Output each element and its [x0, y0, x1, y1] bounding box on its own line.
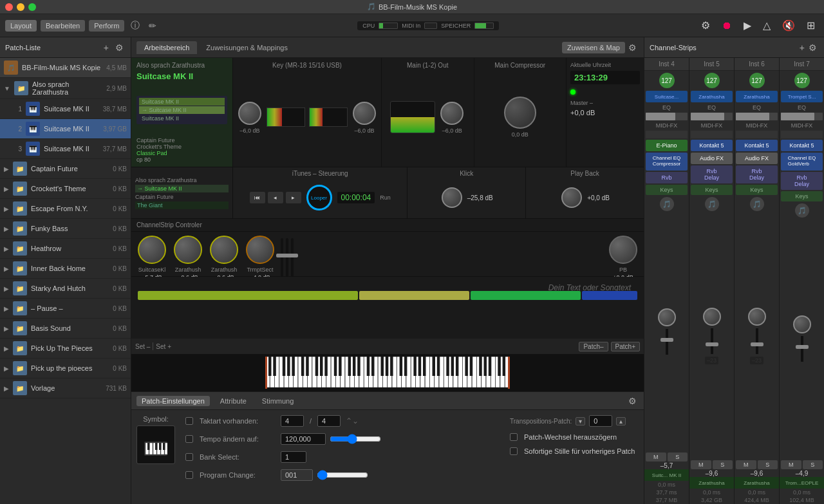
strip-vol-knob-inst5[interactable] — [703, 308, 721, 326]
folder-funky[interactable]: ▶ 📁 Funky Bass 0 KB — [0, 219, 131, 239]
program-change-checkbox[interactable] — [185, 471, 193, 479]
folder-pickupp[interactable]: ▶ 📁 Pick up the pioeces 0 KB — [0, 359, 131, 378]
info-button[interactable]: ⓘ — [128, 19, 142, 33]
tab-zuweisungen[interactable]: Zuweisungen & Mappings — [198, 41, 295, 54]
strip-send-inst6[interactable]: Rvb Delay — [736, 165, 778, 183]
folder-also-sprach[interactable]: ▼ 📁 Also sprach Zarathustra 2,9 MB — [0, 78, 131, 99]
maximize-button[interactable] — [28, 3, 36, 11]
folder-vorlage[interactable]: ▶ 📁 Vorlage 731 KB — [0, 378, 131, 398]
strip-m-btn-inst4[interactable]: M — [646, 453, 666, 462]
itunes-prev-btn[interactable]: ⏮ — [250, 192, 265, 203]
itunes-back-btn[interactable]: ◂ — [268, 192, 283, 203]
level-button[interactable]: ⊞ — [803, 18, 819, 33]
strip-s-btn-inst7[interactable]: S — [803, 460, 823, 469]
perform-button[interactable]: Perform — [89, 20, 124, 32]
strip-m-btn-inst6[interactable]: M — [736, 460, 756, 469]
tab-arbeitsbereich[interactable]: Arbeitsbereich — [136, 41, 197, 54]
settings-transport-button[interactable]: ⚙ — [697, 18, 714, 33]
minimize-button[interactable] — [17, 3, 24, 11]
patch-list-settings-button[interactable]: ⚙ — [113, 42, 126, 53]
folder-captain-future[interactable]: ▶ 📁 Captain Future 0 KB — [0, 159, 131, 179]
strip-vol-knob-inst7[interactable] — [793, 315, 811, 333]
main-settings-button[interactable]: ⚙ — [626, 42, 639, 53]
strip-m-btn-inst7[interactable]: M — [781, 460, 801, 469]
strip-m-btn-inst5[interactable]: M — [691, 460, 711, 469]
strip-vol-knob-inst4[interactable] — [658, 308, 676, 326]
program-change-input[interactable] — [281, 469, 313, 481]
stop-button[interactable]: △ — [759, 18, 774, 33]
patch-minus-btn[interactable]: Patch– — [579, 342, 608, 351]
cs-knob-4[interactable] — [246, 236, 274, 264]
strip-fader-handle-inst5[interactable] — [706, 342, 718, 346]
folder-basis[interactable]: ▶ 📁 Basis Sound 0 KB — [0, 319, 131, 339]
bank-select-input[interactable] — [281, 451, 306, 463]
looper-knob[interactable]: Looper — [306, 185, 332, 210]
taktart-input-1[interactable] — [281, 415, 304, 427]
cs-knob-2[interactable] — [174, 236, 202, 264]
strip-plugin2-inst5[interactable]: Audio FX — [691, 153, 733, 164]
strip-send-inst7[interactable]: Rvb Delay — [781, 172, 823, 190]
patch-wechsel-checkbox[interactable] — [510, 433, 518, 441]
strip-plugin1-inst6[interactable]: Kontakt 5 — [736, 140, 778, 151]
add-strip-button[interactable]: + — [798, 42, 807, 53]
folder-pause[interactable]: ▶ 📁 – Pause – 0 KB — [0, 299, 131, 319]
patch-plus-btn[interactable]: Patch+ — [611, 342, 640, 351]
strip-fader-handle-inst7[interactable] — [796, 345, 809, 349]
patch-item-2[interactable]: 2 🎹 Suitcase MK II 3,97 GB — [0, 119, 131, 139]
folder-inner[interactable]: ▶ 📁 Inner Back Home 0 KB — [0, 259, 131, 279]
program-change-slider[interactable] — [317, 470, 368, 480]
bearbeiten-button[interactable]: Bearbeiten — [41, 20, 85, 32]
tempo-checkbox[interactable] — [185, 435, 193, 443]
folder-crocketts[interactable]: ▶ 📁 Crockett's Theme 0 KB — [0, 179, 131, 199]
playback-knob[interactable] — [561, 187, 582, 208]
strip-send-inst4[interactable]: Rvb — [646, 172, 688, 183]
top-patch-item[interactable]: 🎵 BB-Film-Musik MS Kopie 4,5 MB — [0, 58, 131, 78]
strip-plugin2-inst7[interactable]: Channel EQGoldVerb — [781, 153, 823, 171]
strip-plugin1-inst5[interactable]: Kontakt 5 — [691, 140, 733, 151]
strip-fader-handle-inst6[interactable] — [751, 342, 763, 346]
strip-send-inst5[interactable]: Rvb Delay — [691, 165, 733, 183]
strip-settings-button[interactable]: ⚙ — [807, 42, 819, 53]
patch-item-3[interactable]: 3 🎹 Suitcase MK II 37,7 MB — [0, 139, 131, 159]
strip-plugin2-inst6[interactable]: Audio FX — [736, 153, 778, 164]
bank-select-checkbox[interactable] — [185, 453, 193, 461]
strip-s-btn-inst6[interactable]: S — [758, 460, 778, 469]
tempo-slider[interactable] — [330, 434, 381, 444]
strip-plugin1-inst4[interactable]: E-Piano — [646, 140, 688, 151]
strip-fader-handle-inst4[interactable] — [660, 338, 673, 342]
key-knob-1[interactable] — [238, 102, 261, 125]
key-knob-2[interactable] — [353, 102, 376, 125]
tab-patch-einstellungen[interactable]: Patch-Einstellungen — [136, 396, 210, 406]
mute-button[interactable]: 🔇 — [778, 18, 799, 33]
pencil-button[interactable]: ✏ — [146, 19, 159, 32]
itunes-next-btn[interactable]: ▸ — [286, 192, 301, 203]
klick-knob[interactable] — [442, 187, 462, 208]
window-controls[interactable] — [5, 3, 36, 11]
cs-fader-2[interactable] — [286, 238, 288, 277]
strip-plugin2-inst4[interactable]: Channel EQCompressor — [646, 153, 688, 171]
patch-item-1[interactable]: 1 🎹 Suitcase MK II 38,7 MB — [0, 99, 131, 119]
main-out-knob[interactable] — [440, 102, 464, 125]
compressor-knob[interactable] — [504, 97, 536, 129]
strip-s-btn-inst5[interactable]: S — [713, 460, 733, 469]
folder-pickup[interactable]: ▶ 📁 Pick Up The Pieces 0 KB — [0, 339, 131, 359]
strip-plugin1-inst7[interactable]: Kontakt 5 — [781, 140, 823, 151]
folder-heathrow[interactable]: ▶ 📁 Heathrow 0 KB — [0, 239, 131, 259]
transposition-input[interactable] — [589, 415, 612, 427]
folder-escape[interactable]: ▶ 📁 Escape From N.Y. 0 KB — [0, 199, 131, 219]
record-button[interactable]: ⏺ — [718, 19, 736, 33]
folder-starky[interactable]: ▶ 📁 Starky And Hutch 0 KB — [0, 279, 131, 299]
cs-fader-1[interactable] — [281, 238, 283, 277]
cs-knob-3[interactable] — [210, 236, 238, 264]
taktart-checkbox[interactable] — [185, 417, 193, 425]
tab-stimmung[interactable]: Stimmung — [257, 396, 299, 406]
taktart-arrows[interactable]: ⌃⌄ — [344, 416, 360, 425]
zuweisen-map-button[interactable]: Zuweisen & Map — [562, 42, 625, 53]
cs-fader-handle-3[interactable] — [286, 254, 298, 257]
transposition-up-btn[interactable]: ▴ — [616, 417, 626, 425]
tempo-input[interactable] — [281, 433, 326, 445]
tab-attribute[interactable]: Attribute — [215, 396, 252, 406]
close-button[interactable] — [5, 3, 13, 11]
transposition-down-btn[interactable]: ▾ — [576, 417, 585, 425]
taktart-input-2[interactable] — [317, 415, 341, 427]
